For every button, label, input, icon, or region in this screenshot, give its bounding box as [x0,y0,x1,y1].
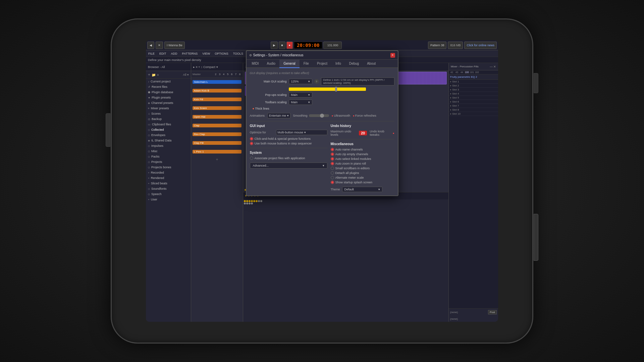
undo-knob-label: Undo knob tweaks: [370,130,392,136]
ultrasmooth-label: Ultrasmooth [334,114,350,117]
option2-row: Use both mouse buttons in step sequencer [250,142,327,145]
misc-option-4: Auto zoom in piano roll [331,162,394,165]
option2-radio[interactable] [250,142,253,145]
undo-title: Undo history [331,124,394,128]
daw-interface: ◀ ✕ I Wanna Be ▶ ■ ● 20:09:00 131.000 Pa… [146,40,498,322]
phone-container: ◀ ✕ I Wanna Be ▶ ■ ● 20:09:00 131.000 Pa… [0,0,644,362]
ultrasmooth-dot: ● [332,114,333,117]
animations-value: Entertain me [269,114,286,117]
theme-label: Theme [331,188,340,191]
smoothing-thumb[interactable] [320,114,324,118]
gui-scaling-help[interactable]: ? [314,79,319,84]
force-refreshes-area: ● Force refreshes [353,114,376,117]
optimize-arrow: ▾ [304,131,306,134]
misc-label-7: Alternate meter scale [335,176,364,179]
smoothing-slider[interactable] [309,114,329,117]
misc-radio-1[interactable] [331,148,334,151]
animations-select[interactable]: Entertain me ▾ [267,113,290,118]
thick-lines-row: ● Thick lines [250,107,394,110]
divider-2 [250,148,327,148]
option1-radio[interactable] [250,137,253,140]
option1-row: Click-and-hold & special gesture functio… [250,137,327,140]
tab-file[interactable]: File [300,60,313,68]
ppi-slider-thumb[interactable] [335,87,337,92]
tab-project[interactable]: Project [313,60,331,68]
misc-radio-3[interactable] [331,157,334,161]
tab-midi[interactable]: MIDI [248,60,263,68]
misc-label-8: Show startup splash screen [335,181,373,184]
associate-row: Associate project files with application [250,157,327,160]
popups-scaling-label: Pop-ups scaling [250,93,287,97]
theme-arrow: ▾ [378,188,380,191]
dialog-close-btn[interactable]: ✕ [390,53,395,58]
smoothing-label: Smoothing [293,114,308,117]
popups-scaling-text: Main [291,93,298,97]
thick-lines-text: Thick lines [255,107,269,110]
undo-knob-dot: ● [393,132,394,135]
misc-radio-6[interactable] [331,171,334,175]
gui-input-title: GUI input [250,124,327,128]
anim-arrow: ▾ [287,114,289,117]
popups-scaling-value[interactable]: Main ▾ [289,92,312,98]
undo-levels-row: Maximum undo levels 20 Undo knob tweaks:… [331,130,394,136]
ppi-slider[interactable] [289,87,366,91]
misc-option-2: Auto zip empty channels [331,153,394,156]
optimize-select[interactable]: Multi-button mouse ▾ [276,130,327,135]
tab-debug[interactable]: Debug [345,60,363,68]
misc-label-3: Auto select linked modules [335,157,371,161]
gui-display-label: GUI display (requires a restart to take … [250,71,394,75]
dropdown-arrow-3: ▾ [308,101,310,104]
force-refreshes-label: Force refreshes [355,114,376,117]
main-gui-scaling-value[interactable]: 125% ▾ [289,79,312,84]
misc-option-5: Small scrollbars in editors [331,167,394,170]
main-gui-scaling-label: Main GUI scaling [250,80,287,83]
misc-option-7: Alternate meter scale [331,176,394,179]
dropdown-arrow-2: ▾ [308,93,310,97]
max-undo-label: Maximum undo levels [331,130,356,136]
tab-audio[interactable]: Audio [263,60,280,68]
tab-info[interactable]: Info [331,60,345,68]
two-panel: GUI input Optimize for Multi-button mous… [250,124,394,192]
misc-label-6: Detach all plugins [335,171,359,175]
misc-radio-4[interactable] [331,162,334,165]
misc-radio-2[interactable] [331,153,334,156]
settings-dialog: ⚙ Settings - System / miscellaneous ✕ MI… [246,50,398,196]
undo-knob-area: Undo knob tweaks: ● [370,130,394,136]
thick-lines-label: ● Thick lines [250,107,287,110]
theme-value: Default [344,188,354,191]
dropdown-arrow: ▾ [308,80,310,83]
theme-row: Theme Default ▾ [331,187,394,192]
tab-general[interactable]: General [279,60,300,68]
misc-radio-5[interactable] [331,167,334,170]
advanced-btn-label: Advanced... [253,164,269,167]
power-button[interactable] [534,73,538,93]
home-button[interactable] [534,214,538,261]
undo-number: 20 [359,131,367,135]
main-gui-scaling-text: 125% [291,80,299,83]
toolbars-scaling-value[interactable]: Main ▾ [289,100,312,105]
advanced-area: Advanced... ▾ [250,163,327,169]
tab-about[interactable]: About [363,60,380,68]
option2-label: Use both mouse buttons in step sequencer [255,142,312,145]
popups-scaling-row: Pop-ups scaling Main ▾ [250,92,394,98]
associate-radio[interactable] [250,157,253,160]
misc-option-6: Detach all plugins [331,171,394,175]
misc-option-1: Auto name channels [331,148,394,151]
dialog-title-bar: ⚙ Settings - System / miscellaneous ✕ [247,51,398,60]
dialog-content: GUI display (requires a restart to take … [247,68,398,195]
theme-select[interactable]: Default ▾ [342,187,382,192]
volume-button[interactable] [106,113,110,147]
dialog-title: Settings - System / miscellaneous [253,53,304,57]
misc-radio-8[interactable] [331,181,334,184]
dialog-overlay: ⚙ Settings - System / miscellaneous ✕ MI… [146,40,498,322]
thick-lines-dot: ● [253,107,254,110]
option1-label: Click-and-hold & special gesture functio… [255,137,311,140]
system-title: System [250,151,327,155]
settings-gear-icon: ⚙ [249,54,252,57]
advanced-btn[interactable]: Advanced... ▾ [250,163,327,169]
phone-body: ◀ ✕ I Wanna Be ▶ ■ ● 20:09:00 131.000 Pa… [111,18,533,344]
animations-row: Animations Entertain me ▾ Smoothing [250,113,394,118]
toolbars-scaling-text: Main [291,101,298,104]
misc-option-3: Auto select linked modules [331,157,394,161]
misc-radio-7[interactable] [331,176,334,179]
